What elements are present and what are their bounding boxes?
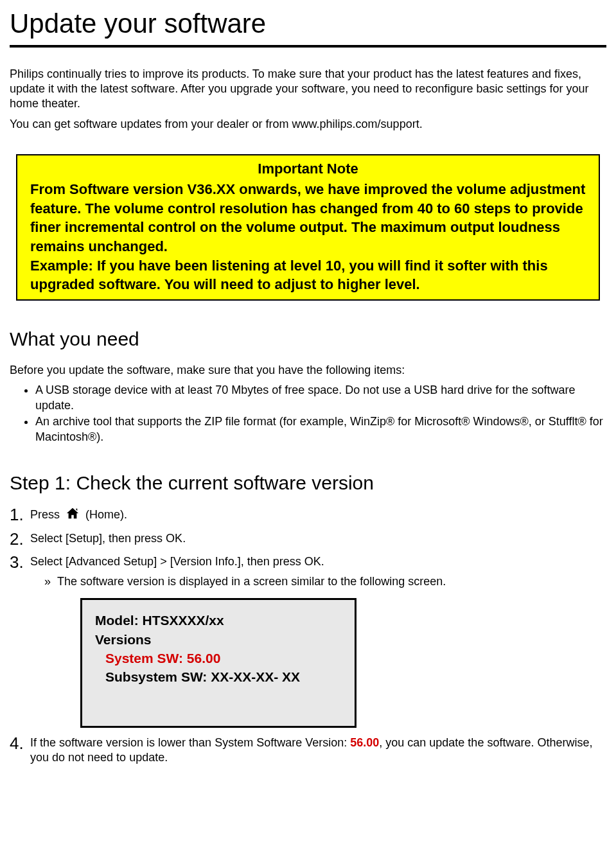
screen-system-sw: System SW: 56.00 [95, 649, 342, 667]
important-note-body-2: Example: If you have been listening at l… [30, 256, 586, 294]
step-item-1: Press (Home). [10, 507, 606, 524]
page-title: Update your software [10, 6, 606, 48]
step4-text-a: If the software version is lower than Sy… [30, 736, 350, 749]
screen-subsystem-sw: Subsystem SW: XX-XX-XX- XX [95, 668, 342, 685]
what-you-need-heading: What you need [10, 326, 606, 351]
step1-heading: Step 1: Check the current software versi… [10, 470, 606, 495]
important-note-box: Important Note From Software version V36… [16, 154, 600, 301]
intro-paragraph-2: You can get software updates from your d… [10, 117, 606, 132]
step1-list: Press (Home). Select [Setup], then press… [10, 507, 606, 766]
list-item: A USB storage device with at least 70 Mb… [35, 383, 606, 413]
home-icon [66, 507, 80, 524]
important-note-title: Important Note [30, 159, 586, 179]
step3-text: Select [Advanced Setup] > [Version Info.… [30, 555, 324, 568]
step4-version-highlight: 56.00 [350, 736, 379, 749]
what-you-need-intro: Before you update the software, make sur… [10, 363, 606, 378]
step-item-2: Select [Setup], then press OK. [10, 531, 606, 546]
step-item-3: Select [Advanced Setup] > [Version Info.… [10, 554, 606, 728]
step1-text-a: Press [30, 508, 63, 521]
important-note-body-1: From Software version V36.XX onwards, we… [30, 180, 586, 256]
version-info-screen: Model: HTSXXXX/xx Versions System SW: 56… [80, 598, 356, 727]
step3-sub: The software version is displayed in a s… [44, 574, 606, 589]
list-item: An archive tool that supports the ZIP fi… [35, 414, 606, 445]
screen-model: Model: HTSXXXX/xx [95, 612, 342, 629]
what-you-need-list: A USB storage device with at least 70 Mb… [10, 383, 606, 445]
step1-text-b: (Home). [85, 508, 127, 521]
intro-paragraph-1: Philips continually tries to improve its… [10, 67, 606, 112]
screen-versions-label: Versions [95, 631, 342, 648]
step-item-4: If the software version is lower than Sy… [10, 736, 606, 766]
